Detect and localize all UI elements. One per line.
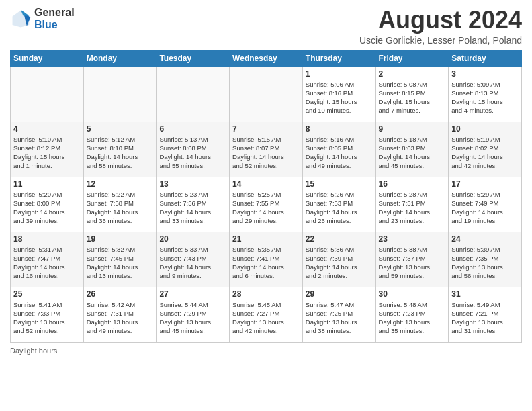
- table-row: 16Sunrise: 5:28 AM Sunset: 7:51 PM Dayli…: [375, 177, 449, 232]
- day-number: 31: [451, 289, 519, 299]
- day-number: 13: [159, 179, 226, 189]
- day-number: 2: [379, 69, 446, 79]
- day-number: 18: [13, 234, 81, 244]
- logo-general-text: General: [34, 7, 75, 19]
- day-info: Sunrise: 5:36 AM Sunset: 7:39 PM Dayligh…: [306, 245, 373, 281]
- table-row: 15Sunrise: 5:26 AM Sunset: 7:53 PM Dayli…: [302, 177, 375, 232]
- logo-text: General Blue: [34, 7, 75, 30]
- table-row: 20Sunrise: 5:33 AM Sunset: 7:43 PM Dayli…: [157, 232, 230, 287]
- day-info: Sunrise: 5:33 AM Sunset: 7:43 PM Dayligh…: [159, 245, 226, 281]
- day-info: Sunrise: 5:31 AM Sunset: 7:47 PM Dayligh…: [13, 245, 81, 281]
- day-number: 7: [232, 124, 300, 134]
- col-wednesday: Wednesday: [230, 50, 303, 66]
- day-number: 6: [159, 124, 226, 134]
- day-number: 15: [306, 179, 373, 189]
- table-row: 24Sunrise: 5:39 AM Sunset: 7:35 PM Dayli…: [449, 232, 522, 287]
- table-row: 10Sunrise: 5:19 AM Sunset: 8:02 PM Dayli…: [449, 122, 522, 177]
- day-info: Sunrise: 5:19 AM Sunset: 8:02 PM Dayligh…: [451, 135, 519, 171]
- table-row: [157, 66, 230, 122]
- day-info: Sunrise: 5:32 AM Sunset: 7:45 PM Dayligh…: [87, 245, 154, 281]
- table-row: 8Sunrise: 5:16 AM Sunset: 8:05 PM Daylig…: [302, 122, 375, 177]
- table-row: 21Sunrise: 5:35 AM Sunset: 7:41 PM Dayli…: [230, 232, 303, 287]
- table-row: 23Sunrise: 5:38 AM Sunset: 7:37 PM Dayli…: [375, 232, 449, 287]
- day-info: Sunrise: 5:13 AM Sunset: 8:08 PM Dayligh…: [159, 135, 226, 171]
- col-saturday: Saturday: [449, 50, 522, 66]
- day-number: 22: [306, 234, 373, 244]
- day-number: 21: [232, 234, 300, 244]
- page: General Blue August 2024 Uscie Gorlickie…: [0, 0, 532, 411]
- col-monday: Monday: [83, 50, 157, 66]
- table-row: [11, 66, 84, 122]
- day-info: Sunrise: 5:47 AM Sunset: 7:25 PM Dayligh…: [306, 300, 373, 336]
- day-info: Sunrise: 5:29 AM Sunset: 7:49 PM Dayligh…: [451, 190, 519, 226]
- table-row: 7Sunrise: 5:15 AM Sunset: 8:07 PM Daylig…: [230, 122, 303, 177]
- week-row-4: 18Sunrise: 5:31 AM Sunset: 7:47 PM Dayli…: [11, 232, 522, 287]
- day-number: 27: [159, 289, 226, 299]
- title-block: August 2024 Uscie Gorlickie, Lesser Pola…: [359, 7, 522, 46]
- table-row: 5Sunrise: 5:12 AM Sunset: 8:10 PM Daylig…: [83, 122, 157, 177]
- logo: General Blue: [10, 7, 75, 30]
- table-row: [230, 66, 303, 122]
- col-tuesday: Tuesday: [157, 50, 230, 66]
- table-row: [83, 66, 157, 122]
- day-number: 11: [13, 179, 81, 189]
- col-friday: Friday: [375, 50, 449, 66]
- day-number: 3: [451, 69, 519, 79]
- table-row: 9Sunrise: 5:18 AM Sunset: 8:03 PM Daylig…: [375, 122, 449, 177]
- day-info: Sunrise: 5:22 AM Sunset: 7:58 PM Dayligh…: [87, 190, 154, 226]
- day-info: Sunrise: 5:48 AM Sunset: 7:23 PM Dayligh…: [379, 300, 446, 336]
- day-number: 19: [87, 234, 154, 244]
- day-number: 26: [87, 289, 154, 299]
- main-title: August 2024: [359, 7, 522, 34]
- col-thursday: Thursday: [302, 50, 375, 66]
- week-row-5: 25Sunrise: 5:41 AM Sunset: 7:33 PM Dayli…: [11, 287, 522, 342]
- day-number: 10: [451, 124, 519, 134]
- calendar-table: Sunday Monday Tuesday Wednesday Thursday…: [10, 50, 522, 342]
- day-info: Sunrise: 5:25 AM Sunset: 7:55 PM Dayligh…: [232, 190, 300, 226]
- table-row: 18Sunrise: 5:31 AM Sunset: 7:47 PM Dayli…: [11, 232, 84, 287]
- day-info: Sunrise: 5:10 AM Sunset: 8:12 PM Dayligh…: [13, 135, 81, 171]
- day-info: Sunrise: 5:44 AM Sunset: 7:29 PM Dayligh…: [159, 300, 226, 336]
- table-row: 17Sunrise: 5:29 AM Sunset: 7:49 PM Dayli…: [449, 177, 522, 232]
- day-info: Sunrise: 5:15 AM Sunset: 8:07 PM Dayligh…: [232, 135, 300, 171]
- table-row: 12Sunrise: 5:22 AM Sunset: 7:58 PM Dayli…: [83, 177, 157, 232]
- day-info: Sunrise: 5:41 AM Sunset: 7:33 PM Dayligh…: [13, 300, 81, 336]
- day-info: Sunrise: 5:49 AM Sunset: 7:21 PM Dayligh…: [451, 300, 519, 336]
- table-row: 13Sunrise: 5:23 AM Sunset: 7:56 PM Dayli…: [157, 177, 230, 232]
- day-number: 24: [451, 234, 519, 244]
- table-row: 31Sunrise: 5:49 AM Sunset: 7:21 PM Dayli…: [449, 287, 522, 342]
- table-row: 28Sunrise: 5:45 AM Sunset: 7:27 PM Dayli…: [230, 287, 303, 342]
- day-info: Sunrise: 5:08 AM Sunset: 8:15 PM Dayligh…: [379, 80, 446, 116]
- table-row: 19Sunrise: 5:32 AM Sunset: 7:45 PM Dayli…: [83, 232, 157, 287]
- day-number: 14: [232, 179, 300, 189]
- day-number: 16: [379, 179, 446, 189]
- day-info: Sunrise: 5:09 AM Sunset: 8:13 PM Dayligh…: [451, 80, 519, 116]
- day-number: 17: [451, 179, 519, 189]
- table-row: 26Sunrise: 5:42 AM Sunset: 7:31 PM Dayli…: [83, 287, 157, 342]
- day-number: 28: [232, 289, 300, 299]
- day-info: Sunrise: 5:38 AM Sunset: 7:37 PM Dayligh…: [379, 245, 446, 281]
- day-info: Sunrise: 5:23 AM Sunset: 7:56 PM Dayligh…: [159, 190, 226, 226]
- footer-text: Daylight hours: [10, 347, 57, 355]
- day-info: Sunrise: 5:28 AM Sunset: 7:51 PM Dayligh…: [379, 190, 446, 226]
- logo-icon: [10, 8, 32, 30]
- table-row: 22Sunrise: 5:36 AM Sunset: 7:39 PM Dayli…: [302, 232, 375, 287]
- table-row: 6Sunrise: 5:13 AM Sunset: 8:08 PM Daylig…: [157, 122, 230, 177]
- day-number: 4: [13, 124, 81, 134]
- day-info: Sunrise: 5:26 AM Sunset: 7:53 PM Dayligh…: [306, 190, 373, 226]
- day-number: 29: [306, 289, 373, 299]
- day-info: Sunrise: 5:35 AM Sunset: 7:41 PM Dayligh…: [232, 245, 300, 281]
- table-row: 1Sunrise: 5:06 AM Sunset: 8:16 PM Daylig…: [302, 66, 375, 122]
- table-row: 14Sunrise: 5:25 AM Sunset: 7:55 PM Dayli…: [230, 177, 303, 232]
- day-info: Sunrise: 5:45 AM Sunset: 7:27 PM Dayligh…: [232, 300, 300, 336]
- table-row: 11Sunrise: 5:20 AM Sunset: 8:00 PM Dayli…: [11, 177, 84, 232]
- day-info: Sunrise: 5:12 AM Sunset: 8:10 PM Dayligh…: [87, 135, 154, 171]
- logo-blue-text: Blue: [34, 19, 75, 31]
- table-row: 4Sunrise: 5:10 AM Sunset: 8:12 PM Daylig…: [11, 122, 84, 177]
- day-number: 20: [159, 234, 226, 244]
- day-info: Sunrise: 5:39 AM Sunset: 7:35 PM Dayligh…: [451, 245, 519, 281]
- day-number: 5: [87, 124, 154, 134]
- day-number: 23: [379, 234, 446, 244]
- calendar-header-row: Sunday Monday Tuesday Wednesday Thursday…: [11, 50, 522, 66]
- day-number: 30: [379, 289, 446, 299]
